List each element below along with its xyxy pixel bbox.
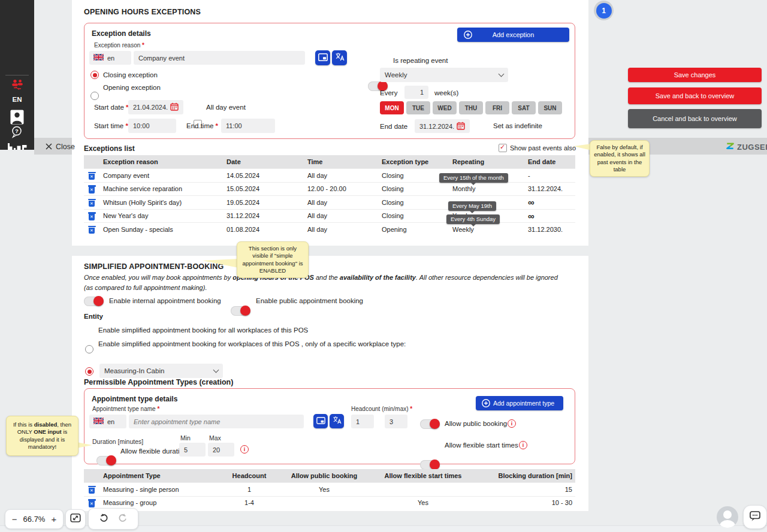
row-date: 01.08.2024 xyxy=(223,226,304,233)
add-exception-label: Add exception xyxy=(493,31,535,38)
internal-booking-label: Enable internal appointment booking xyxy=(109,297,221,304)
add-exception-button[interactable]: Add exception xyxy=(457,28,569,42)
entity-title: Entity xyxy=(84,313,103,320)
comment-button[interactable] xyxy=(743,505,767,529)
zoom-out-button[interactable]: − xyxy=(12,514,17,524)
table-row[interactable]: Open Sunday - specials 01.08.2024 All da… xyxy=(84,222,575,236)
cancel-back-label: Cancel and back to overview xyxy=(653,115,737,122)
opening-exception-radio[interactable] xyxy=(90,92,99,100)
row-type: Measuring - group xyxy=(99,499,219,506)
fit-screen-button[interactable] xyxy=(65,509,86,529)
delete-icon[interactable] xyxy=(88,198,96,207)
flexible-start-toggle[interactable] xyxy=(420,460,440,470)
help-icon[interactable]: ? xyxy=(11,126,23,141)
exceptions-list-title: Exceptions list xyxy=(84,144,135,153)
appointment-name-input[interactable] xyxy=(129,415,304,428)
row-end: 31.12.2030. xyxy=(524,226,575,233)
close-button[interactable]: Close xyxy=(46,141,75,152)
duration-label: Duration [minutes] xyxy=(92,438,143,445)
row-reason: Open Sunday - specials xyxy=(99,226,223,233)
cancel-back-button[interactable]: Cancel and back to overview xyxy=(628,109,762,128)
info-icon[interactable] xyxy=(508,419,516,428)
exception-reason-input[interactable]: Company event xyxy=(134,51,305,65)
day-button-wed[interactable]: WED xyxy=(433,101,457,114)
day-button-mon[interactable]: MON xyxy=(380,101,404,114)
save-changes-button[interactable]: Save changes xyxy=(628,68,762,82)
day-button-tue[interactable]: TUE xyxy=(406,101,430,114)
translate-icon-button[interactable] xyxy=(330,414,344,428)
delete-icon[interactable] xyxy=(88,225,96,234)
table-row[interactable]: Whitsun (Holly Spirit's day) 19.05.2024 … xyxy=(84,195,575,209)
every-label: Every xyxy=(380,89,397,96)
appointment-table-header: Appointment Type Headcount Allow public … xyxy=(84,469,575,482)
zoom-in-button[interactable]: + xyxy=(51,514,56,524)
delete-icon[interactable] xyxy=(88,171,96,180)
info-icon[interactable] xyxy=(240,445,249,454)
allow-public-booking-toggle[interactable] xyxy=(420,419,440,429)
day-button-sat[interactable]: SAT xyxy=(512,101,536,114)
language-label[interactable]: EN xyxy=(0,96,34,103)
appointment-language-code: en xyxy=(107,418,114,425)
reason-language-selector[interactable]: en xyxy=(89,51,131,65)
interval-unit-label: week(s) xyxy=(434,89,458,96)
delete-icon[interactable] xyxy=(88,185,96,194)
appointment-name-label: Appointment type name xyxy=(92,406,159,412)
day-button-thu[interactable]: THU xyxy=(459,101,483,114)
calendar-icon[interactable] xyxy=(457,122,465,131)
pip-icon-button[interactable] xyxy=(315,50,330,65)
entity-specific-radio[interactable] xyxy=(85,367,93,376)
undo-button[interactable] xyxy=(99,513,108,525)
opening-hours-title: OPENING HOURS EXCEPTIONS xyxy=(84,8,201,16)
closing-exception-radio[interactable] xyxy=(90,71,99,79)
comment-pin[interactable]: 1 xyxy=(594,1,614,20)
row-blocking: 15 xyxy=(477,486,575,493)
info-icon[interactable] xyxy=(519,441,527,449)
day-button-fri[interactable]: FRI xyxy=(485,101,509,114)
profile-icon[interactable] xyxy=(10,110,24,127)
close-label: Close xyxy=(56,143,75,151)
sidebar-divider xyxy=(5,75,29,75)
redo-button[interactable] xyxy=(118,513,128,525)
public-booking-toggle[interactable] xyxy=(231,306,250,316)
duration-min-input[interactable]: 5 xyxy=(179,443,206,457)
workplace-type-select[interactable]: Measuring-In Cabin xyxy=(99,364,223,378)
frequency-select[interactable]: Weekly xyxy=(380,68,508,82)
show-past-checkbox[interactable] xyxy=(499,144,507,152)
appointment-language-selector[interactable]: en xyxy=(89,415,126,428)
table-row[interactable]: Measuring - single person 1 Yes 15 xyxy=(84,482,575,496)
internal-booking-toggle[interactable] xyxy=(84,297,104,306)
headcount-min-input[interactable]: 1 xyxy=(351,415,374,428)
opening-exception-label: Opening exception xyxy=(103,84,161,91)
start-time-input[interactable]: 10:00 xyxy=(128,119,176,133)
interval-input[interactable]: 1 xyxy=(404,86,428,99)
row-flexible: Yes xyxy=(369,499,477,506)
flexible-duration-toggle[interactable] xyxy=(96,456,116,466)
row-date: 14.05.2024 xyxy=(223,172,304,179)
headcount-max-input[interactable]: 3 xyxy=(385,415,407,428)
avatar[interactable] xyxy=(717,506,738,528)
row-time: All day xyxy=(304,226,378,233)
start-date-input[interactable]: 21.04.2024. xyxy=(128,100,183,114)
calendar-icon[interactable] xyxy=(170,102,179,112)
delete-icon[interactable] xyxy=(88,498,96,507)
end-time-input[interactable]: 11:00 xyxy=(221,119,275,133)
add-appointment-type-button[interactable]: Add appointment type xyxy=(476,396,563,410)
table-row[interactable]: Measuring - group 1-4 Yes 10 - 30 xyxy=(84,496,575,510)
pip-icon-button[interactable] xyxy=(313,414,328,428)
delete-icon[interactable] xyxy=(88,485,96,494)
col-flexible-start: Allow flexible start times xyxy=(369,472,477,479)
day-button-sun[interactable]: SUN xyxy=(538,101,562,114)
save-back-button[interactable]: Save and back to overview xyxy=(628,87,762,104)
duration-max-input[interactable]: 20 xyxy=(208,443,234,457)
zoom-level[interactable]: 66.7% xyxy=(23,515,46,524)
table-row[interactable]: Machine service reparation 15.05.2024 12… xyxy=(84,182,575,196)
picture-in-picture-icon xyxy=(318,53,328,64)
end-date-input[interactable]: 31.12.2024. xyxy=(415,119,470,133)
entity-all-radio[interactable] xyxy=(85,345,93,353)
delete-icon[interactable] xyxy=(88,211,96,220)
users-icon[interactable] xyxy=(11,79,24,92)
table-row[interactable]: New Year's day 31.12.2024 All day Closin… xyxy=(84,209,575,223)
translate-icon-button[interactable] xyxy=(332,50,347,65)
row-end: - xyxy=(524,172,575,179)
frequency-value: Weekly xyxy=(385,71,407,78)
